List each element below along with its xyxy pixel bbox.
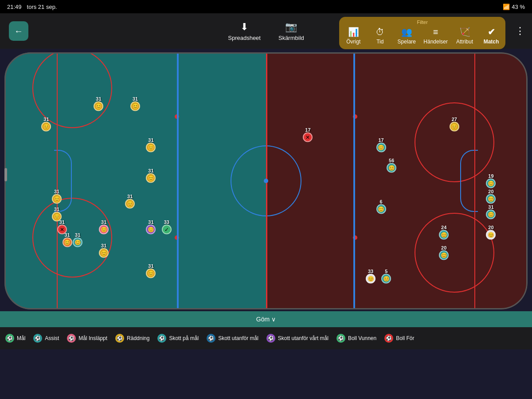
time: 21:49 <box>7 4 22 10</box>
filter-handelser[interactable]: ≡ Händelser <box>423 27 448 45</box>
filter-panel: Filter 📊 Övrigt ⏱ Tid 👥 Spelare ≡ Händel… <box>339 17 505 49</box>
player-right-12: 33 😊 <box>366 269 376 283</box>
player-right-7: 31 😊 <box>486 204 496 219</box>
blue-line-right <box>353 52 355 309</box>
player-left-11: 31 😊 <box>73 233 82 247</box>
filter-label: Filter <box>417 20 427 25</box>
legend-skott-utanfor-mal: ⚽ Skott utanför mål <box>207 334 258 343</box>
skott-utanfor-mal-icon: ⚽ <box>207 334 215 343</box>
player-right-2: 17 😊 <box>376 137 386 152</box>
legend-skott-pa-mal: ⚽ Skott på mål <box>157 334 199 343</box>
check-icon: ✔ <box>488 27 495 37</box>
player-left-5: 31 😊 <box>146 168 156 183</box>
filter-ovrigt[interactable]: 📊 Övrigt <box>344 27 363 45</box>
legend-boll-for-label: Boll För <box>396 335 414 341</box>
screenshot-label: Skärmbild <box>278 35 304 41</box>
filter-attribut-label: Attribut <box>456 39 473 45</box>
player-left-7: 31 😊 <box>52 189 62 203</box>
scroll-indicator <box>4 168 7 181</box>
player-right-5: 19 😊 <box>486 174 496 188</box>
legend-skott-pa-mal-label: Skott på mål <box>169 335 199 341</box>
goal-line-right <box>474 52 475 309</box>
more-icon: ⋮ <box>515 25 525 36</box>
spreadsheet-button[interactable]: ⬇ Spreadsheet <box>228 21 261 41</box>
skott-utanfor-vart-mal-icon: ⚽ <box>266 334 275 343</box>
rink-container: 31 😊 31 😊 31 😊 31 😊 31 😊 31 😊 31 😊 <box>4 52 528 309</box>
legend-assist-label: Assist <box>45 335 59 341</box>
filter-tid[interactable]: ⏱ Tid <box>370 27 390 45</box>
status-left: 21:49 tors 21 sep. <box>7 4 57 10</box>
player-left-10: 31 😊 <box>63 233 72 247</box>
legend-boll-vunnen-label: Boll Vunnen <box>348 335 376 341</box>
people-icon: 👥 <box>401 27 412 37</box>
filter-attribut[interactable]: 🏹 Attribut <box>455 27 474 45</box>
filter-match[interactable]: ✔ Match <box>481 27 501 45</box>
assist-icon: ⚽ <box>33 334 42 343</box>
battery: 43 % <box>512 4 525 10</box>
player-right-13: 5 😊 <box>381 269 391 283</box>
player-left-4: 31 😊 <box>146 137 156 152</box>
filter-items: 📊 Övrigt ⏱ Tid 👥 Spelare ≡ Händelser 🏹 A… <box>344 27 501 45</box>
legend-mal-inslappt-label: Mål Insläppt <box>78 335 107 341</box>
filter-spelare-label: Spelare <box>398 39 416 45</box>
download-icon: ⬇ <box>240 21 248 33</box>
wifi-icon: 📶 <box>503 4 510 10</box>
date: tors 21 sep. <box>27 4 57 10</box>
faceoff-circle-right-top <box>415 102 494 182</box>
filter-icon: ≡ <box>433 27 438 37</box>
player-left-1: 31 😊 <box>41 117 51 132</box>
blue-line-left <box>177 52 179 309</box>
raddning-icon: ⚽ <box>115 334 124 343</box>
screenshot-button[interactable]: 📷 Skärmbild <box>278 21 304 41</box>
player-left-2: 31 😊 <box>94 97 103 111</box>
filter-spelare[interactable]: 👥 Spelare <box>397 27 416 45</box>
legend-skott-utanfor-vart-mal: ⚽ Skott utanför vårt mål <box>266 334 329 343</box>
mal-icon: ⚽ <box>5 334 14 343</box>
goal-line-left <box>57 52 58 309</box>
center-dot <box>264 179 268 183</box>
legend-assist: ⚽ Assist <box>33 334 59 343</box>
player-right-10: 24 😊 <box>439 225 449 240</box>
filter-ovrigt-label: Övrigt <box>346 39 360 45</box>
spreadsheet-label: Spreadsheet <box>228 35 261 41</box>
player-left-12: 31 😊 <box>99 220 109 235</box>
more-button[interactable]: ⋮ <box>515 25 525 37</box>
player-left-13: 31 😊 <box>99 243 109 258</box>
hide-label: Göm <box>256 316 270 323</box>
skott-pa-mal-icon: ⚽ <box>157 334 166 343</box>
legend-skott-utanfor-mal-label: Skott utanför mål <box>218 335 258 341</box>
player-right-11: 20 😊 <box>439 246 449 260</box>
legend-raddning-label: Räddning <box>127 335 149 341</box>
player-left-15: 33 ✓ <box>162 220 172 235</box>
player-right-1: 17 ✕ <box>303 127 313 142</box>
legend-skott-utanfor-vart-mal-label: Skott utanför vårt mål <box>278 335 329 341</box>
legend-mal: ⚽ Mål <box>5 334 25 343</box>
player-right-3: 56 😊 <box>387 158 396 173</box>
boll-vunnen-icon: ⚽ <box>336 334 345 343</box>
legend-mal-label: Mål <box>17 335 25 341</box>
mal-inslappt-icon: ⚽ <box>67 334 76 343</box>
filter-tid-label: Tid <box>376 39 383 45</box>
toolbar: ← ⬇ Spreadsheet 📷 Skärmbild Filter 📊 Övr… <box>0 13 532 49</box>
boll-for-icon: ⚽ <box>384 334 393 343</box>
toolbar-center: ⬇ Spreadsheet 📷 Skärmbild <box>228 21 304 41</box>
filter-match-label: Match <box>484 39 499 45</box>
legend-boll-for: ⚽ Boll För <box>384 334 414 343</box>
bar-chart-icon: 📊 <box>348 27 359 37</box>
back-icon: ← <box>14 26 23 36</box>
filter-handelser-label: Händelser <box>423 39 448 45</box>
player-right-9: 6 😊 <box>376 200 386 214</box>
player-left-3: 31 😊 <box>130 97 140 111</box>
arrow-icon: 🏹 <box>459 27 470 37</box>
back-button[interactable]: ← <box>9 21 28 41</box>
hockey-rink: 31 😊 31 😊 31 😊 31 😊 31 😊 31 😊 31 😊 <box>4 52 528 309</box>
chevron-down-icon: ∨ <box>271 316 276 323</box>
legend-mal-inslappt: ⚽ Mål Insläppt <box>67 334 107 343</box>
player-right-6: 20 😊 <box>486 189 496 203</box>
status-bar: 21:49 tors 21 sep. 📶 43 % <box>0 0 532 13</box>
player-left-6: 31 😊 <box>125 194 135 209</box>
legend-raddning: ⚽ Räddning <box>115 334 149 343</box>
status-right: 📶 43 % <box>503 4 525 10</box>
camera-icon: 📷 <box>285 21 297 33</box>
hide-bar[interactable]: Göm ∨ <box>0 311 532 327</box>
